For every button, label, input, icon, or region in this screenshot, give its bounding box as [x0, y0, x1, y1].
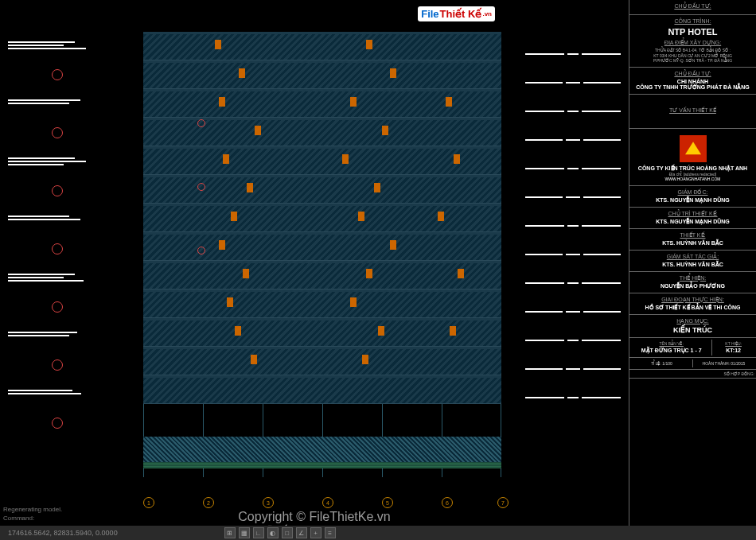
tb-phase-header: GIAI ĐOẠN THỰC HIỆN: — [634, 297, 751, 303]
tb-sheet-no: KT:12 — [714, 348, 753, 353]
detail-item — [8, 390, 119, 441]
lwt-toggle[interactable]: ≡ — [325, 527, 336, 538]
grid-bubble: 7 — [497, 497, 509, 508]
callout-marker — [197, 119, 205, 127]
tb-manager-header: CHỦ TRÌ THIẾT KẾ: — [634, 211, 751, 217]
company-logo-icon — [680, 135, 707, 162]
tb-drafter-header: THỂ HIỆN: — [634, 275, 751, 282]
logo-part2: Thiết Kế — [440, 8, 482, 20]
callout-marker — [197, 247, 205, 254]
tb-company-url: WWW.HOANGNHATANH.COM — [634, 177, 751, 182]
grid-axis-labels: 1 2 3 4 5 6 7 — [135, 476, 629, 516]
grid-bubble: 5 — [382, 497, 393, 508]
grid-toggle[interactable]: ▦ — [239, 527, 250, 538]
tb-drafter-name: NGUYỄN BẢO PHƯƠNG — [634, 283, 751, 289]
tb-project-header: CÔNG TRÌNH: — [634, 18, 751, 24]
status-coords: 174616.5642, 82831.5940, 0.0000 — [8, 529, 118, 537]
tb-owner-name: CÔNG TY TNHH TRƯỜNG PHÁT ĐÀ NẴNG — [634, 84, 751, 91]
watermark-logo: File Thiết Kế .vn — [418, 6, 495, 21]
tb-checker-header: GIÁM SÁT TÁC GIẢ: — [634, 254, 751, 260]
snap-toggle[interactable]: ⊞ — [224, 527, 236, 538]
command-prompt: Command: — [3, 515, 62, 523]
detail-item — [8, 99, 119, 151]
tb-designer-header: THIẾT KẾ: — [634, 232, 751, 239]
grid-bubble: 3 — [263, 497, 274, 508]
tb-location3: P.PHƯỚC MỸ-Q. SƠN TRÀ - TP. ĐÀ NẴNG — [634, 58, 751, 64]
tb-consultant-header: TƯ VẤN THIẾT KẾ — [634, 107, 751, 114]
detail-item — [8, 274, 119, 325]
grid-bubble: 4 — [322, 497, 333, 508]
polar-toggle[interactable]: ◐ — [267, 527, 279, 538]
tb-phase-name: HỒ SƠ THIẾT KẾ BẢN VẼ THI CÔNG — [634, 305, 751, 311]
tb-designer-name: KTS. HUỲNH VĂN BẮC — [634, 240, 751, 247]
detail-item — [8, 332, 119, 383]
tb-owner-header: CHỦ ĐẦU TƯ: — [634, 71, 751, 77]
command-line[interactable]: Regenerating model. Command: — [3, 506, 62, 523]
tb-contract-header: SỐ HỢP ĐỒNG: — [724, 371, 754, 376]
ground-level — [143, 462, 501, 468]
tb-director-header: GIÁM ĐỐC: — [634, 189, 751, 196]
grid-bubble: 6 — [442, 497, 453, 508]
tb-owner-sub: CHI NHÁNH — [634, 79, 751, 84]
building-elevation — [143, 32, 501, 477]
status-bar: 174616.5642, 82831.5940, 0.0000 ⊞ ▦ ∟ ◐ … — [0, 526, 756, 540]
tb-date: HOÀN THÀNH: 01/2015 — [693, 359, 754, 367]
callout-marker — [197, 183, 205, 191]
ortho-toggle[interactable]: ∟ — [253, 527, 264, 538]
detail-item — [8, 216, 119, 267]
tb-checker-name: KTS. HUỲNH VĂN BẮC — [634, 262, 751, 268]
tb-manager-name: KTS. NGUYỄN MẠNH DŨNG — [634, 219, 751, 225]
command-history: Regenerating model. — [3, 506, 62, 514]
otrack-toggle[interactable]: ∠ — [296, 527, 307, 538]
tb-drawing-name: MẶT ĐỨNG TRỤC 1 - 7 — [633, 348, 710, 354]
logo-suffix: .vn — [482, 10, 492, 17]
grid-bubble: 1 — [143, 497, 154, 508]
tb-category-name: KIẾN TRÚC — [634, 326, 751, 334]
tb-scale-header: TỈ LỆ: — [651, 361, 661, 366]
tb-scale: 1/100 — [662, 361, 672, 366]
tb-company-name: CÔNG TY KIẾN TRÚC HOÀNG NHẬT ANH — [634, 165, 751, 172]
grid-bubble: 2 — [203, 497, 214, 508]
tb-drawing-header: TÊN BẢN VẼ: — [633, 341, 710, 346]
tb-sheet-header: KT HIỆU: — [714, 341, 753, 346]
tb-investor-header: CHỦ ĐẦU TƯ: — [634, 3, 751, 10]
detail-callouts — [8, 40, 119, 477]
detail-item — [8, 157, 119, 209]
tb-director-name: KTS. NGUYỄN MẠNH DŨNG — [634, 197, 751, 204]
tb-location-header: ĐỊA ĐIỂM XÂY DỰNG: — [634, 40, 751, 46]
logo-part1: File — [421, 8, 438, 20]
detail-item — [8, 41, 119, 93]
tb-category-header: HẠNG MỤC: — [634, 318, 751, 324]
tb-project-name: NTP HOTEL — [634, 27, 751, 37]
title-block: CHỦ ĐẦU TƯ: CÔNG TRÌNH: NTP HOTEL ĐỊA ĐI… — [629, 0, 756, 540]
cad-drawing-canvas[interactable]: File Thiết Kế .vn — [0, 0, 629, 540]
dyn-toggle[interactable]: + — [310, 527, 321, 538]
osnap-toggle[interactable]: □ — [282, 527, 293, 538]
level-dimensions — [525, 40, 621, 469]
base-wall — [143, 437, 501, 462]
